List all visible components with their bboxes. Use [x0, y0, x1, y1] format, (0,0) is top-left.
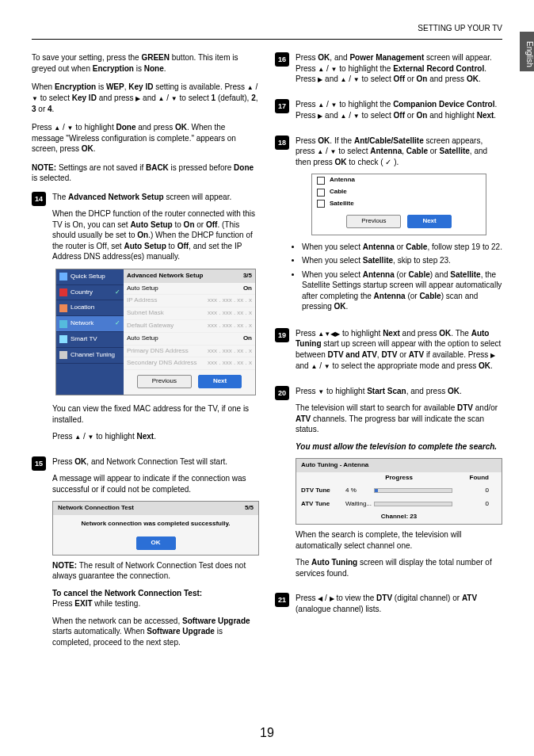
arrow-left-icon: [318, 594, 322, 602]
para-note-back: NOTE: Settings are not saved if BACK is …: [32, 162, 259, 184]
arrow-down-icon: [32, 94, 38, 102]
arrow-up-icon: [341, 74, 347, 83]
row-dns1: Primary DNS Addressxxx . xxx . xx . x: [124, 346, 255, 358]
step-16: 16 Press OK, and Power Management screen…: [275, 52, 502, 91]
sidebar-country[interactable]: Country✓: [56, 285, 124, 301]
checkbox-icon: [317, 189, 325, 197]
step-number-14: 14: [32, 192, 46, 206]
progress-fill: [375, 489, 378, 492]
setup-main-panel: Advanced Network Setup3/5 Auto SetupOn I…: [124, 269, 255, 395]
option-cable[interactable]: Cable: [312, 186, 486, 198]
atv-tune-row: ATV Tune Waiting... 0: [296, 498, 502, 511]
bullet-1: When you select Antenna or Cable, follow…: [302, 242, 502, 253]
para-save-setting: To save your setting, press the GREEN bu…: [32, 52, 259, 74]
step-21: 21 Press / to view the DTV (digital chan…: [275, 593, 502, 620]
menu-icon: [59, 273, 67, 281]
para-wep: When Encryption is WEP, Key ID setting i…: [32, 82, 259, 114]
step-15: 15 Press OK, and Network Connection Test…: [32, 456, 259, 654]
arrow-up-icon: [318, 100, 324, 109]
antenna-cable-satellite-dialog: Antenna Cable Satellite Previous Next: [311, 174, 486, 235]
arrow-down-icon: [353, 111, 360, 120]
arrow-down-icon: [324, 329, 330, 338]
previous-button[interactable]: Previous: [346, 215, 401, 228]
antenna-icon: [59, 351, 67, 359]
next-button[interactable]: Next: [407, 215, 451, 228]
advanced-network-setup-table: Quick Setup Country✓ Location Network✓ S…: [55, 269, 256, 395]
next-button[interactable]: Next: [198, 375, 242, 388]
row-dns2: Secondary DNS Addressxxx . xxx . xx . x: [124, 357, 255, 370]
arrow-up-icon: [317, 147, 323, 155]
step-19: 19 Press to highlight Next and press OK.…: [275, 328, 502, 378]
arrow-right-icon: [490, 350, 495, 359]
network-test-dialog: Network Connection Test5/5 Network conne…: [52, 501, 259, 555]
sidebar-location[interactable]: Location: [56, 300, 124, 316]
previous-button[interactable]: Previous: [137, 375, 192, 388]
bullet-3: When you select Antenna (or Cable) and S…: [302, 269, 502, 312]
row-ip: IP Addressxxx . xxx . xx . x: [124, 295, 255, 307]
checkbox-icon: [317, 177, 325, 185]
para-done: Press / to highlight Done and press OK. …: [32, 122, 259, 155]
columns: To save your setting, press the GREEN bu…: [32, 52, 502, 662]
home-icon: [59, 304, 67, 312]
network-icon: [59, 320, 67, 328]
arrow-up-icon: [54, 123, 60, 132]
arrow-up-icon: [311, 361, 317, 370]
arrow-up-icon: [74, 432, 81, 441]
progress-bar: [374, 502, 452, 506]
step-number-15: 15: [32, 456, 46, 471]
progress-bar: [374, 488, 452, 493]
sidebar-smart-tv[interactable]: Smart TV: [56, 332, 124, 348]
option-satellite[interactable]: Satellite: [312, 198, 486, 210]
step-number-16: 16: [275, 52, 289, 67]
language-tab: English: [520, 32, 534, 71]
arrow-down-icon: [324, 361, 330, 370]
arrow-down-icon: [67, 123, 74, 132]
page: SETTING UP YOUR TV English To save your …: [0, 0, 534, 756]
step-14: 14 The Advanced Network Setup screen wil…: [32, 192, 259, 449]
arrow-down-icon: [353, 74, 360, 83]
cloud-icon: [59, 335, 67, 343]
step-17: 17 Press / to highlight the Companion De…: [275, 99, 502, 128]
step-number-21: 21: [275, 593, 289, 607]
arrow-up-icon: [341, 111, 347, 120]
sidebar-channel-tuning[interactable]: Channel Tuning: [56, 348, 124, 364]
sidebar-quick-setup[interactable]: Quick Setup: [56, 269, 124, 285]
para-warning: You must allow the television to complet…: [296, 441, 502, 452]
sidebar-network[interactable]: Network✓: [56, 316, 124, 332]
step-number-19: 19: [275, 328, 289, 342]
right-column: 16 Press OK, and Power Management screen…: [275, 52, 502, 662]
arrow-up-icon: [158, 94, 165, 102]
step-20: 20 Press to highlight Start Scan, and pr…: [275, 386, 502, 586]
step-number-18: 18: [275, 136, 289, 150]
header-section: SETTING UP YOUR TV: [32, 24, 502, 32]
setup-sidebar: Quick Setup Country✓ Location Network✓ S…: [56, 269, 124, 395]
bullet-list: When you select Antenna or Cable, follow…: [302, 242, 502, 312]
para-highlight-next: Press / to highlight Next.: [52, 431, 259, 442]
header-rule: [32, 39, 502, 40]
arrow-up-icon: [247, 82, 254, 91]
checkbox-icon: [317, 200, 325, 208]
arrow-down-icon: [88, 432, 94, 441]
ok-button[interactable]: OK: [136, 536, 176, 550]
arrow-down-icon: [331, 100, 338, 109]
page-number: 19: [0, 726, 534, 740]
arrow-up-icon: [318, 64, 324, 73]
flag-icon: [59, 288, 67, 296]
step-number-17: 17: [275, 99, 289, 113]
row-auto-setup-2[interactable]: Auto SetupOn: [124, 333, 255, 346]
row-gateway: Default Gatewayxxx . xxx . xx . x: [124, 320, 255, 333]
arrow-down-icon: [331, 64, 338, 73]
step-18: 18 Press OK. If the Ant/Cable/Satellite …: [275, 136, 502, 320]
dtv-tune-row: DTV Tune 4 % 0: [296, 484, 502, 498]
left-column: To save your setting, press the GREEN bu…: [32, 52, 259, 662]
row-subnet: Subnet Maskxxx . xxx . xx . x: [124, 307, 255, 320]
option-antenna[interactable]: Antenna: [312, 174, 486, 186]
arrow-down-icon: [171, 94, 177, 102]
step-number-20: 20: [275, 386, 289, 400]
auto-tuning-dialog: Auto Tuning - Antenna ProgressFound DTV …: [296, 458, 502, 525]
row-auto-setup[interactable]: Auto SetupOn: [124, 283, 255, 296]
bullet-2: When you select Satellite, skip to step …: [302, 255, 502, 266]
para-mac: You can view the fixed MAC address for t…: [52, 403, 259, 425]
